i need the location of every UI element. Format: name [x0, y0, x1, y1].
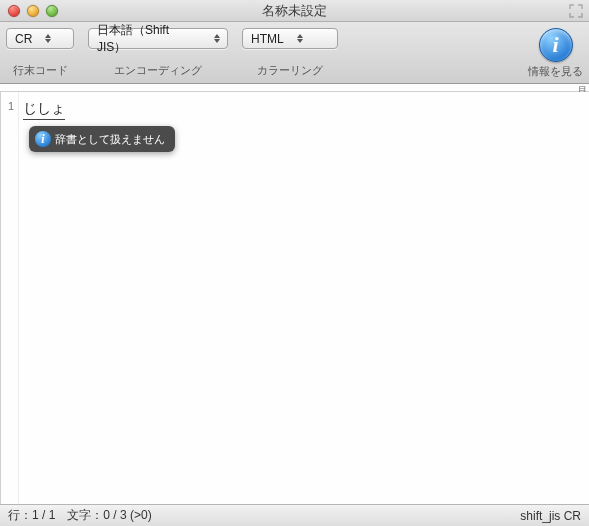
tooltip-text: 辞書として扱えません — [55, 132, 165, 147]
ruler: 目 — [0, 84, 589, 92]
toolbar: CR 行末コード 日本語（Shift JIS） エンコーディング HTML カラ… — [0, 22, 589, 84]
encoding-select[interactable]: 日本語（Shift JIS） — [88, 28, 228, 49]
coloring-group: HTML カラーリング — [242, 28, 338, 78]
encoding-label: エンコーディング — [114, 63, 202, 78]
select-arrows-icon — [42, 34, 54, 43]
select-arrows-icon — [211, 34, 223, 43]
coloring-label: カラーリング — [257, 63, 323, 78]
info-label: 情報を見る — [528, 64, 583, 79]
encoding-group: 日本語（Shift JIS） エンコーディング — [88, 28, 228, 78]
info-icon: i — [35, 131, 51, 147]
info-button-group: i 情報を見る — [528, 28, 583, 79]
fullscreen-icon[interactable] — [569, 4, 583, 18]
ime-tooltip: i 辞書として扱えません — [29, 126, 175, 152]
titlebar: 名称未設定 — [0, 0, 589, 22]
editor: 1 じしょ i 辞書として扱えません — [0, 92, 589, 510]
editor-text[interactable]: じしょ — [23, 100, 65, 120]
line-ending-group: CR 行末コード — [6, 28, 74, 78]
statusbar: 行：1 / 1 文字：0 / 3 (>0) shift_jis CR — [0, 504, 589, 526]
encoding-value: 日本語（Shift JIS） — [97, 22, 201, 56]
line-number: 1 — [1, 100, 14, 112]
text-area[interactable]: 1 じしょ i 辞書として扱えません — [0, 92, 589, 510]
line-ending-label: 行末コード — [13, 63, 68, 78]
line-ending-value: CR — [15, 32, 32, 46]
gutter: 1 — [1, 92, 19, 510]
window-title: 名称未設定 — [0, 2, 589, 20]
coloring-value: HTML — [251, 32, 284, 46]
info-button[interactable]: i — [539, 28, 573, 62]
select-arrows-icon — [294, 34, 306, 43]
status-encoding: shift_jis CR — [520, 509, 581, 523]
line-ending-select[interactable]: CR — [6, 28, 74, 49]
coloring-select[interactable]: HTML — [242, 28, 338, 49]
status-position: 行：1 / 1 文字：0 / 3 (>0) — [8, 507, 152, 524]
